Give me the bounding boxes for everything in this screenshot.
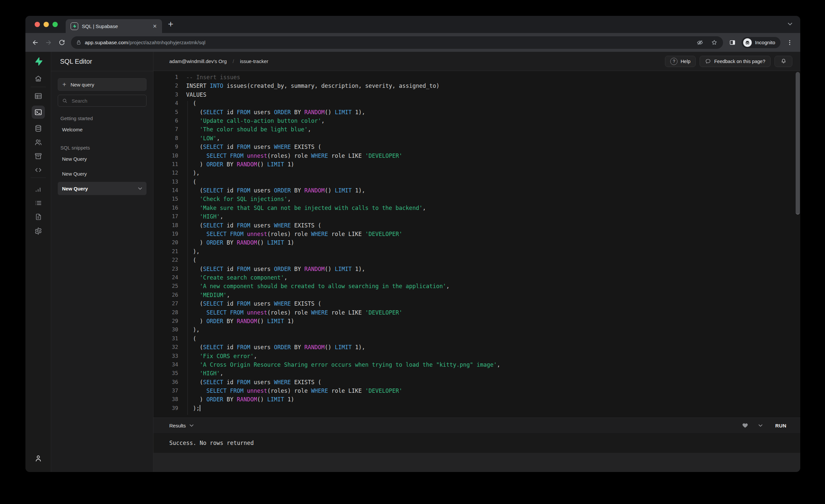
help-button[interactable]: ? Help [665,56,696,67]
reload-icon[interactable] [55,36,68,49]
back-icon[interactable] [29,36,42,49]
code-line[interactable]: 33 'Fix CORS error', [153,352,800,360]
side-panel-icon[interactable] [726,36,739,49]
code-line[interactable]: 39 ); [153,404,800,413]
code-line[interactable]: 26 'MEDIUM', [153,291,800,299]
code-line[interactable]: 7 'The color should be light blue', [153,125,800,134]
code-line[interactable]: 12 ), [153,169,800,177]
code-text: (SELECT id FROM users WHERE EXISTS ( [186,143,321,151]
line-number: 1 [153,73,178,81]
code-line[interactable]: 13 ( [153,177,800,186]
browser-tab[interactable]: SQL | Supabase × [66,19,162,33]
code-line[interactable]: 17 'HIGH', [153,212,800,221]
sql-editor-sidebar: SQL Editor + New query Getting startedWe… [51,52,153,472]
code-line[interactable]: 15 'Check for SQL injections', [153,195,800,203]
results-dropdown[interactable]: Results [169,423,742,428]
scrollbar-thumb[interactable] [796,72,800,215]
home-icon[interactable] [34,74,43,83]
run-options-chevron-icon[interactable] [758,424,763,427]
code-line[interactable]: 24 'Create search component', [153,273,800,282]
code-line[interactable]: 1-- Insert issues [153,73,800,81]
snippet-item[interactable]: New Query [58,167,147,180]
sql-editor-terminal-icon [34,108,43,117]
code-line[interactable]: 31 ( [153,334,800,343]
line-number: 28 [153,308,178,317]
code-line[interactable]: 21 ), [153,247,800,256]
notifications-button[interactable] [774,56,792,67]
breadcrumb-org[interactable]: adam@windmill.dev's Org [169,58,227,64]
code-line[interactable]: 22 ( [153,256,800,264]
chevron-down-icon [190,424,194,427]
code-line[interactable]: 16 'Make sure that SQL can not be inject… [153,204,800,212]
code-line[interactable]: 14 (SELECT id FROM users ORDER BY RANDOM… [153,186,800,195]
line-number: 4 [153,99,178,107]
minimize-window-button[interactable] [44,22,49,27]
code-text: 'A Cross Origin Resource Sharing error o… [186,360,500,369]
code-line[interactable]: 23 (SELECT id FROM users ORDER BY RANDOM… [153,265,800,273]
code-line[interactable]: 9 (SELECT id FROM users WHERE EXISTS ( [153,143,800,151]
line-number: 36 [153,378,178,386]
code-line[interactable]: 25 'A new component should be created to… [153,282,800,290]
database-icon[interactable] [34,124,43,133]
tab-close-icon[interactable]: × [151,23,158,29]
snippet-item[interactable]: New Query [58,182,147,195]
code-line[interactable]: 36 (SELECT id FROM users WHERE EXISTS ( [153,378,800,386]
section-label: Getting started [60,116,144,121]
code-line[interactable]: 2INSERT INTO issues(created_by, summary,… [153,81,800,90]
feedback-button[interactable]: Feedback on this page? [699,56,770,67]
new-query-button[interactable]: + New query [58,78,147,91]
favorite-heart-icon[interactable] [742,423,748,429]
code-line[interactable]: 35 'HIGH', [153,369,800,378]
code-line[interactable]: 28 SELECT FROM unnest(roles) role WHERE … [153,308,800,317]
bookmark-star-icon[interactable] [711,39,718,46]
sql-code-editor[interactable]: 1-- Insert issues2INSERT INTO issues(cre… [153,71,800,418]
code-line[interactable]: 38 ) ORDER BY RANDOM() LIMIT 1) [153,395,800,404]
new-tab-button[interactable]: + [168,19,173,30]
code-line[interactable]: 3VALUES [153,90,800,99]
code-line[interactable]: 19 SELECT FROM unnest(roles) role WHERE … [153,230,800,238]
account-user-icon[interactable] [34,454,43,463]
code-line[interactable]: 29 ) ORDER BY RANDOM() LIMIT 1) [153,317,800,326]
code-line[interactable]: 27 (SELECT id FROM users WHERE EXISTS ( [153,299,800,308]
settings-gear-icon[interactable] [34,227,43,235]
code-line[interactable]: 8 'LOW', [153,134,800,143]
api-code-icon[interactable] [34,166,43,174]
search-input[interactable] [71,98,142,104]
close-window-button[interactable] [34,22,40,27]
run-button[interactable]: RUN [775,423,786,428]
code-line[interactable]: 18 (SELECT id FROM users WHERE EXISTS ( [153,221,800,230]
storage-icon[interactable] [34,152,43,160]
search-box[interactable] [58,95,147,106]
code-line[interactable]: 5 (SELECT id FROM users ORDER BY RANDOM(… [153,108,800,117]
browser-window: SQL | Supabase × + app.supa [25,16,800,472]
snippet-item[interactable]: Welcome [58,123,147,136]
breadcrumb-project[interactable]: issue-tracker [240,58,268,64]
supabase-logo-icon[interactable] [33,57,43,66]
auth-users-icon[interactable] [34,138,43,147]
code-text: 'LOW', [186,134,220,143]
menu-dots-icon[interactable] [783,36,796,49]
code-line[interactable]: 34 'A Cross Origin Resource Sharing erro… [153,360,800,369]
code-line[interactable]: 11 ) ORDER BY RANDOM() LIMIT 1) [153,160,800,169]
code-line[interactable]: 30 ), [153,326,800,334]
url-bar[interactable]: app.supabase.com/project/azahtnhqohyjerz… [71,36,723,49]
code-line[interactable]: 6 'Update call-to-action button color', [153,117,800,125]
help-label: Help [680,59,690,64]
code-text: INSERT INTO issues(created_by, summary, … [186,81,440,90]
code-line[interactable]: 10 SELECT FROM unnest(roles) role WHERE … [153,151,800,160]
sql-editor-nav-item[interactable] [32,105,45,119]
code-line[interactable]: 20 ) ORDER BY RANDOM() LIMIT 1) [153,238,800,247]
zoom-window-button[interactable] [53,22,58,27]
logs-list-icon[interactable] [34,199,42,207]
code-line[interactable]: 4 ( [153,99,800,107]
code-line[interactable]: 37 SELECT FROM unnest(roles) role WHERE … [153,386,800,395]
reports-chart-icon[interactable] [34,185,42,193]
line-number: 19 [153,230,178,238]
eye-off-icon[interactable] [696,39,703,46]
code-line[interactable]: 32 (SELECT id FROM users ORDER BY RANDOM… [153,343,800,352]
forward-icon[interactable] [42,36,55,49]
table-editor-icon[interactable] [34,92,43,100]
snippet-item[interactable]: New Query [58,152,147,165]
docs-file-icon[interactable] [34,213,42,221]
tab-search-chevron-icon[interactable] [788,22,792,25]
